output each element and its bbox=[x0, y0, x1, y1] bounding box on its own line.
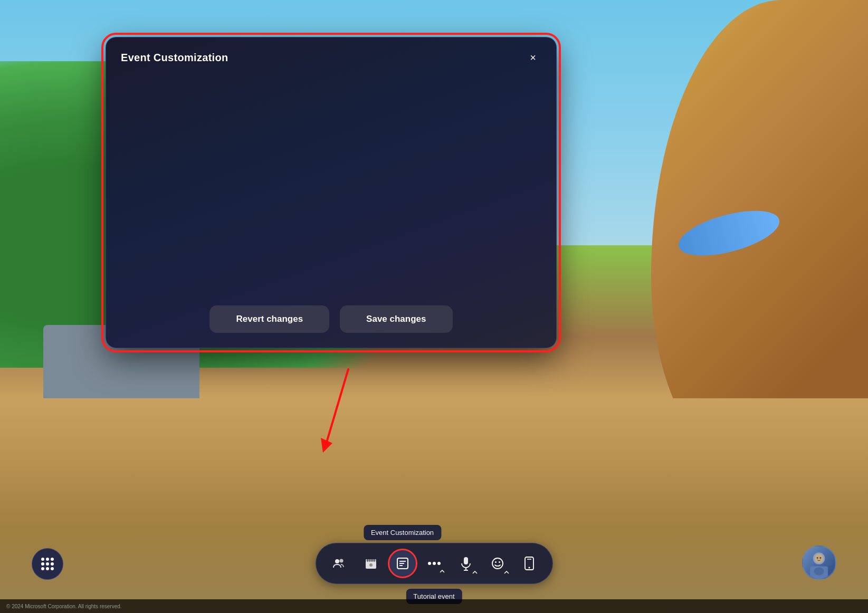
toolbar-more-button[interactable] bbox=[419, 549, 449, 578]
event-customization-modal: Event Customization × Revert changes Sav… bbox=[106, 37, 557, 348]
apps-button[interactable] bbox=[32, 548, 63, 580]
toolbar-customization-wrapper: Event Customization bbox=[388, 549, 417, 578]
toolbar-people-button[interactable] bbox=[325, 549, 354, 578]
chevron-up-icon-3 bbox=[504, 571, 509, 574]
svg-point-30 bbox=[814, 567, 824, 575]
customization-icon bbox=[396, 557, 409, 570]
more-icon bbox=[427, 561, 441, 566]
status-bar: © 2024 Microsoft Corporation. All rights… bbox=[0, 599, 868, 613]
svg-rect-18 bbox=[464, 557, 468, 564]
avatar-icon bbox=[803, 545, 835, 580]
clapperboard-icon bbox=[364, 557, 378, 570]
modal-title: Event Customization bbox=[121, 52, 228, 64]
close-button[interactable]: × bbox=[524, 49, 541, 66]
toolbar-wrapper: Event Customization bbox=[316, 543, 553, 584]
toolbar-mic-button[interactable] bbox=[451, 549, 481, 578]
svg-point-16 bbox=[433, 562, 436, 565]
toolbar-emoji-button[interactable] bbox=[483, 549, 512, 578]
emoji-icon bbox=[491, 557, 504, 570]
svg-point-2 bbox=[335, 559, 339, 563]
toolbar-customization-button[interactable] bbox=[388, 549, 417, 578]
revert-changes-button[interactable]: Revert changes bbox=[209, 305, 329, 333]
svg-point-22 bbox=[495, 561, 497, 563]
svg-point-32 bbox=[817, 557, 818, 559]
avatar-button[interactable] bbox=[802, 545, 836, 580]
apps-icon bbox=[41, 558, 54, 570]
modal-header: Event Customization × bbox=[106, 37, 556, 75]
mic-icon bbox=[460, 556, 472, 571]
toolbar-share-button[interactable] bbox=[514, 549, 544, 578]
svg-point-10 bbox=[369, 563, 373, 567]
toolbar-clapperboard-button[interactable] bbox=[356, 549, 386, 578]
svg-rect-5 bbox=[366, 559, 376, 562]
status-text: © 2024 Microsoft Corporation. All rights… bbox=[6, 604, 122, 609]
save-changes-button[interactable]: Save changes bbox=[340, 305, 452, 333]
svg-point-15 bbox=[428, 562, 431, 565]
svg-point-21 bbox=[492, 558, 503, 569]
svg-point-23 bbox=[499, 561, 500, 563]
svg-point-33 bbox=[819, 557, 821, 559]
chevron-up-icon bbox=[440, 570, 445, 573]
modal-container: Event Customization × Revert changes Sav… bbox=[106, 37, 557, 348]
close-icon: × bbox=[530, 52, 536, 64]
toolbar: Event Customization bbox=[316, 543, 553, 584]
modal-footer: Revert changes Save changes bbox=[106, 294, 556, 348]
modal-body bbox=[106, 75, 556, 294]
people-icon bbox=[332, 557, 346, 570]
svg-point-17 bbox=[437, 562, 441, 565]
svg-point-31 bbox=[815, 554, 824, 563]
share-icon bbox=[523, 556, 535, 571]
chevron-up-icon-2 bbox=[472, 571, 478, 574]
svg-point-3 bbox=[339, 559, 343, 563]
svg-point-25 bbox=[528, 567, 530, 569]
